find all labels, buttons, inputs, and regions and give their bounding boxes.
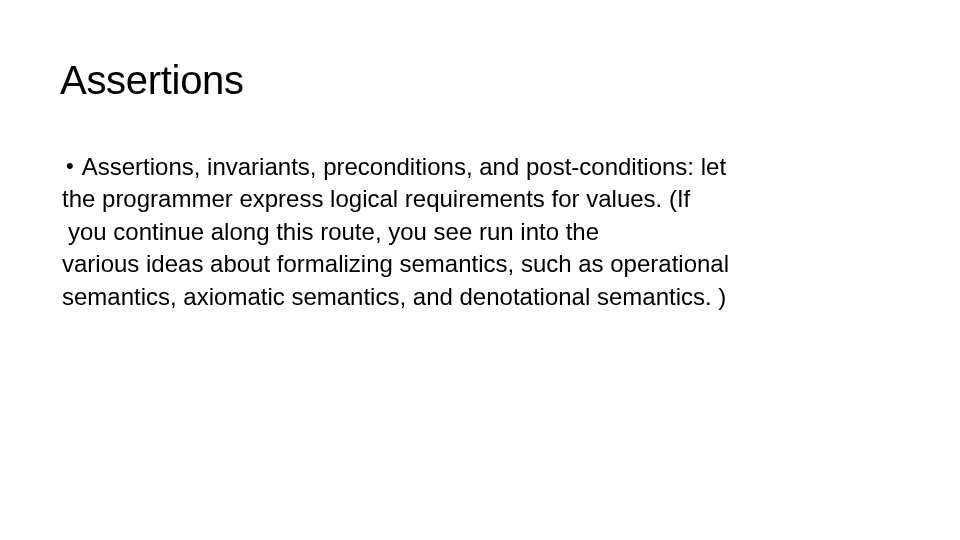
body-line-2: the programmer express logical requireme…: [60, 183, 900, 215]
bullet-item: • Assertions, invariants, preconditions,…: [60, 151, 900, 183]
body-line-4: various ideas about formalizing semantic…: [60, 248, 900, 280]
slide-title: Assertions: [60, 58, 900, 103]
slide-body: • Assertions, invariants, preconditions,…: [60, 151, 900, 313]
bullet-line-1: Assertions, invariants, preconditions, a…: [82, 151, 726, 183]
body-line-3: you continue along this route, you see r…: [60, 216, 900, 248]
slide-container: Assertions • Assertions, invariants, pre…: [0, 0, 960, 540]
body-line-5: semantics, axiomatic semantics, and deno…: [60, 281, 900, 313]
bullet-marker-icon: •: [66, 151, 74, 183]
